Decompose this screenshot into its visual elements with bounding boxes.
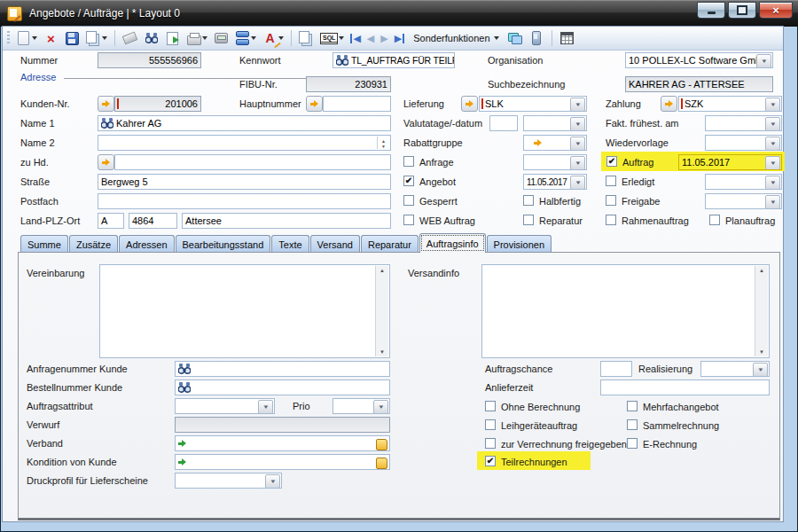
chevron-down-icon[interactable] [265,474,280,489]
scrollbar[interactable]: ▲▼ [755,266,768,356]
erledigt-date-select[interactable] [705,174,782,190]
green-arrow-icon[interactable] [178,458,186,466]
verband-field[interactable] [175,435,390,451]
wiedervorlage-select[interactable] [705,135,782,151]
tab-adressen[interactable]: Adressen [119,235,174,253]
name1-field[interactable]: Kahrer AG [98,115,391,131]
chevron-down-icon[interactable] [570,98,585,112]
freigabe-date-select[interactable] [705,193,782,209]
chevron-down-icon[interactable] [258,400,273,414]
zahlung-select[interactable]: SZK [678,96,782,112]
organisation-select[interactable]: 10 POLLEX-LC Software GmbH [625,52,773,68]
font-button[interactable]: A [262,31,284,46]
nav-last-button[interactable]: ▶ [395,34,404,43]
name2-field[interactable]: ▲▼ [98,135,391,151]
layout-button[interactable] [235,31,256,46]
tab-versand[interactable]: Versand [310,235,360,253]
minimize-button[interactable] [697,2,725,19]
tab-reparatur[interactable]: Reparatur [361,235,419,253]
chevron-down-icon[interactable] [765,195,780,209]
plz-field[interactable]: 4864 [129,213,177,229]
nav-first-button[interactable]: ◀ [350,34,360,43]
orange-arrow-icon[interactable] [534,139,542,146]
bestellnummer-field[interactable] [175,379,390,395]
gesperrt-checkbox[interactable] [403,195,414,206]
angebot-checkbox[interactable] [403,176,414,186]
druckprofil-select[interactable] [175,473,282,489]
print-button[interactable] [186,31,207,46]
delete-button[interactable]: × [43,31,59,46]
chevron-down-icon[interactable] [570,137,585,151]
realisierung-select[interactable] [700,361,770,377]
hauptnummer-field[interactable] [323,96,391,112]
search-binoculars-icon[interactable] [336,55,348,66]
phone-button[interactable] [529,31,544,46]
tab-bearbeitungsstand[interactable]: Bearbeitungsstand [176,235,271,253]
zuhd-field[interactable] [114,154,391,170]
lieferung-select[interactable]: SLK [479,96,587,112]
scrollbar[interactable]: ▲▼ [375,266,388,356]
zuhd-lookup-button[interactable] [98,154,114,170]
teilrechnungen-checkbox[interactable] [485,456,496,466]
anfrage-date-select[interactable] [523,154,587,170]
import-button[interactable] [165,31,180,46]
kunden-nr-lookup-button[interactable] [98,96,114,112]
table-view-button[interactable] [559,31,575,46]
auftrag-date-select[interactable]: 11.05.2017 [678,154,782,170]
vereinbarung-textarea[interactable]: ▲▼ [99,264,390,358]
clear-button[interactable] [122,31,137,46]
fax-button[interactable] [214,31,229,46]
rahmenauftrag-checkbox[interactable] [606,215,616,225]
search-binoculars-icon[interactable] [178,382,191,393]
valutadatum-select[interactable] [523,115,587,131]
copy-button[interactable] [86,31,107,46]
new-record-button[interactable] [16,31,37,46]
nav-prev-button[interactable]: ◀ [367,34,374,43]
auftrag-checkbox[interactable] [606,156,617,167]
toolbar-grip[interactable] [7,31,10,45]
angebot-date-select[interactable]: 11.05.2017 [523,174,587,190]
strasse-field[interactable]: Bergweg 5 [98,174,391,190]
tab-provisionen[interactable]: Provisionen [487,235,552,253]
chevron-down-icon[interactable] [753,363,768,377]
e-rechnung-checkbox[interactable] [627,438,638,449]
sql-button[interactable]: SQL [320,33,344,44]
kondition-field[interactable] [175,454,390,470]
fibu-field[interactable]: 230931 [306,76,391,92]
chevron-down-icon[interactable] [570,156,585,170]
nummer-field[interactable]: 555556966 [98,52,201,68]
postfach-field[interactable] [98,193,391,209]
tab-summe[interactable]: Summe [20,235,68,253]
restore-button[interactable] [728,2,756,19]
close-button[interactable]: × [759,2,793,19]
search-binoculars-icon[interactable] [101,118,113,129]
web-auftrag-checkbox[interactable] [403,215,414,225]
chevron-down-icon[interactable] [765,156,780,170]
erledigt-checkbox[interactable] [606,176,616,186]
mehrfachangebot-checkbox[interactable] [627,401,638,411]
kunden-nr-field[interactable]: 201006 [114,96,201,112]
chevron-down-icon[interactable] [765,117,780,131]
sonderfunktionen-menu[interactable]: Sonderfunktionen [411,31,501,45]
lieferung-lookup-button[interactable] [461,96,478,112]
folder-icon[interactable] [376,439,387,450]
tab-zusaetze[interactable]: Zusätze [69,235,118,253]
fakt-fruehest-select[interactable] [705,115,782,131]
halbfertig-checkbox[interactable] [523,195,534,206]
title-bar[interactable]: Angebote / Aufträge | * Layout 0 × [0,0,798,27]
search-button[interactable] [144,31,159,46]
zur-verrechnung-checkbox[interactable] [485,438,496,449]
auftragschance-field[interactable] [600,361,632,377]
planauftrag-checkbox[interactable] [709,215,720,225]
chevron-down-icon[interactable] [765,98,780,112]
nav-next-button[interactable]: ▶ [380,34,387,43]
chevron-down-icon[interactable] [765,137,780,151]
tab-texte[interactable]: Texte [271,235,309,253]
anfragenummer-field[interactable] [175,361,390,377]
folder-icon[interactable] [376,458,387,469]
leihgeraeteauftrag-checkbox[interactable] [485,419,496,430]
versandinfo-textarea[interactable]: ▲▼ [481,264,770,358]
cascade-windows-button[interactable] [508,31,523,46]
chevron-down-icon[interactable] [765,176,780,190]
reparatur-checkbox[interactable] [523,215,534,225]
